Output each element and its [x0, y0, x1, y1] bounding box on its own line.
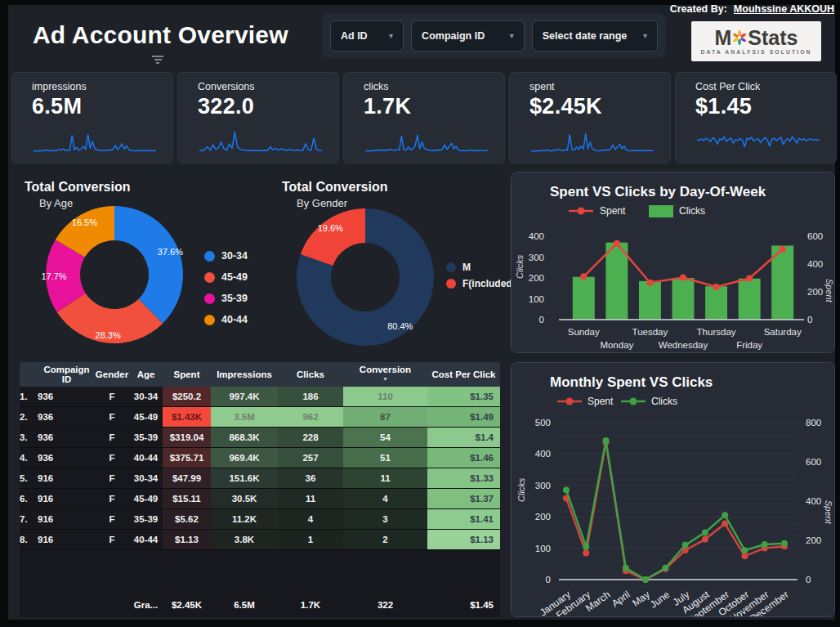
- spent-point-October[interactable]: [741, 553, 748, 559]
- legend-item-30-34[interactable]: 30-34: [204, 250, 248, 262]
- legend-item-F(included)[interactable]: F(included): [446, 278, 516, 289]
- column-header-conversion[interactable]: Conversion▼: [343, 365, 427, 383]
- clicks-bar-Sunday[interactable]: [573, 277, 595, 320]
- slicer-select-date-range[interactable]: Select date range▾: [532, 20, 658, 52]
- column-header-gender[interactable]: Gender: [95, 369, 129, 379]
- table-row[interactable]: 3.936F35-39$319.04868.3K22854$1.4: [20, 428, 500, 448]
- clicks-bar-Wednesday[interactable]: [672, 278, 695, 320]
- spent-point-Saturday[interactable]: [780, 246, 786, 253]
- column-header-compaign-id[interactable]: Compaign ID: [38, 365, 95, 384]
- kpi-card-spent[interactable]: spent$2.45K: [509, 72, 671, 163]
- spent-point-September[interactable]: [722, 521, 728, 527]
- right-axis-tick: 400: [806, 496, 821, 506]
- slicer-compaign-id[interactable]: Compaign ID▾: [411, 20, 525, 52]
- table-row[interactable]: 1.936F30-34$250.2997.4K186110$1.35: [20, 387, 500, 407]
- gender-donut-legend: MF(included): [446, 262, 516, 289]
- clicks-point-June[interactable]: [662, 565, 668, 571]
- kpi-card-conversions[interactable]: Conversions322.0: [177, 72, 339, 163]
- clicks-bar-Tuesday[interactable]: [639, 281, 661, 320]
- spent-point-February[interactable]: [583, 550, 589, 557]
- clicks-bar-Thursday[interactable]: [705, 286, 727, 320]
- left-axis-tick: 0: [546, 575, 551, 584]
- cell-age: 40-44: [129, 448, 163, 468]
- clicks-point-November[interactable]: [762, 541, 768, 548]
- spent-point-Friday[interactable]: [746, 275, 753, 282]
- cell-campaign-id: 916: [38, 530, 95, 549]
- clicks-point-March[interactable]: [603, 437, 610, 444]
- column-header-cost-per-click[interactable]: Cost Per Click: [427, 369, 500, 379]
- legend-item-45-49[interactable]: 45-49: [204, 271, 248, 283]
- gender-donut-title: Total Conversion: [282, 180, 388, 195]
- logo-burst-icon: [732, 30, 747, 45]
- spent-point-Monday[interactable]: [614, 240, 620, 247]
- legend-item-40-44[interactable]: 40-44: [204, 314, 248, 325]
- clicks-point-October[interactable]: [741, 547, 748, 553]
- table-row[interactable]: 4.936F40-44$375.71969.4K25751$1.46: [20, 448, 500, 468]
- legend-label: F(included): [462, 278, 516, 289]
- clicks-point-April[interactable]: [623, 565, 629, 571]
- legend-item-35-39[interactable]: 35-39: [204, 293, 248, 304]
- chevron-down-icon: ▾: [389, 31, 393, 40]
- spent-point-Sunday[interactable]: [580, 273, 587, 280]
- dow-chart-card: Spent VS Clicks by Day-Of-Week 010020030…: [511, 172, 835, 353]
- campaign-table: Compaign IDGenderAgeSpentImpressionsClic…: [20, 362, 500, 617]
- clicks-point-May[interactable]: [642, 576, 649, 583]
- dow-combo-chart[interactable]: 01002003004000200400600ClicksSpentSunday…: [512, 172, 834, 352]
- cell-gender: F: [95, 530, 129, 549]
- cell-spent: $250.2: [163, 387, 211, 406]
- legend-item-M[interactable]: M: [446, 262, 516, 273]
- kpi-value: $2.45K: [529, 94, 670, 119]
- filter-icon[interactable]: [151, 56, 164, 64]
- spent-point-Wednesday[interactable]: [680, 274, 686, 280]
- clicks-point-January[interactable]: [563, 487, 570, 494]
- cell-impressions: 151.6K: [211, 468, 278, 488]
- clicks-point-August[interactable]: [702, 529, 708, 535]
- left-axis-title: Clicks: [515, 254, 525, 279]
- table-row[interactable]: 7.916F35-39$5.6211.2K43$1.41: [20, 509, 500, 530]
- age-donut-chart[interactable]: 37.6%28.3%17.7%16.5%: [16, 201, 196, 350]
- table-row[interactable]: 8.916F40-44$1.133.8K12$1.13: [20, 530, 500, 550]
- cell-impressions: 11.2K: [211, 509, 278, 529]
- clicks-point-July[interactable]: [682, 542, 689, 549]
- kpi-card-cost-per-click[interactable]: Cost Per Click$1.45: [675, 72, 837, 163]
- legend-label-clicks[interactable]: Clicks: [679, 205, 705, 217]
- cell-clicks: 962: [278, 407, 343, 427]
- created-by-link[interactable]: Mouhssine AKKOUH: [734, 3, 834, 15]
- table-row[interactable]: 6.916F45-49$15.1130.5K114$1.37: [20, 489, 500, 509]
- gender-donut-chart[interactable]: 80.4%19.6%: [290, 203, 445, 352]
- x-axis-label: April: [610, 589, 632, 609]
- logo-letter-rest: Stats: [748, 28, 798, 47]
- clicks-point-February[interactable]: [583, 544, 589, 550]
- table-grand-total-row: Gra...$2.45K6.5M1.7K322$1.45: [20, 594, 500, 616]
- slicer-ad-id[interactable]: Ad ID▾: [330, 20, 404, 52]
- spent-point-Tuesday[interactable]: [646, 280, 653, 286]
- spent-point-Thursday[interactable]: [713, 284, 720, 290]
- sort-descending-icon: ▼: [382, 374, 388, 383]
- left-axis-tick: 100: [535, 544, 551, 553]
- donut-slice-30-34[interactable]: [114, 206, 183, 324]
- column-header-spent[interactable]: Spent: [163, 369, 211, 379]
- legend-label-spent[interactable]: Spent: [588, 396, 614, 407]
- kpi-card-clicks[interactable]: clicks1.7K: [343, 72, 505, 163]
- monthly-line-chart[interactable]: 01002003004005000200400600800ClicksSpent…: [512, 363, 834, 616]
- column-header-impressions[interactable]: Impressions: [211, 369, 278, 379]
- table-row[interactable]: 5.916F30-34$47.99151.6K3611$1.33: [20, 468, 500, 489]
- left-axis-tick: 400: [529, 231, 544, 241]
- donut-slice-F(included)[interactable]: [301, 208, 365, 266]
- column-header-clicks[interactable]: Clicks: [278, 369, 343, 379]
- legend-label-clicks[interactable]: Clicks: [651, 396, 677, 407]
- total-cpc: $1.45: [427, 594, 500, 616]
- cell-cpc: $1.37: [427, 489, 500, 508]
- clicks-point-September[interactable]: [722, 512, 728, 518]
- clicks-point-December[interactable]: [781, 540, 788, 547]
- clicks-bar-Friday[interactable]: [739, 279, 761, 320]
- left-axis-tick: 400: [535, 449, 551, 459]
- left-axis-tick: 300: [529, 253, 544, 262]
- cell-spent: $375.71: [163, 448, 211, 468]
- spent-point-August[interactable]: [702, 536, 708, 543]
- table-row[interactable]: 2.936F45-49$1.43K3.5M96287$1.49: [20, 407, 500, 428]
- column-header-age[interactable]: Age: [129, 369, 163, 379]
- legend-label-spent[interactable]: Spent: [600, 205, 626, 217]
- cell-impressions: 997.4K: [211, 387, 278, 406]
- kpi-card-impressions[interactable]: impressions6.5M: [11, 72, 173, 163]
